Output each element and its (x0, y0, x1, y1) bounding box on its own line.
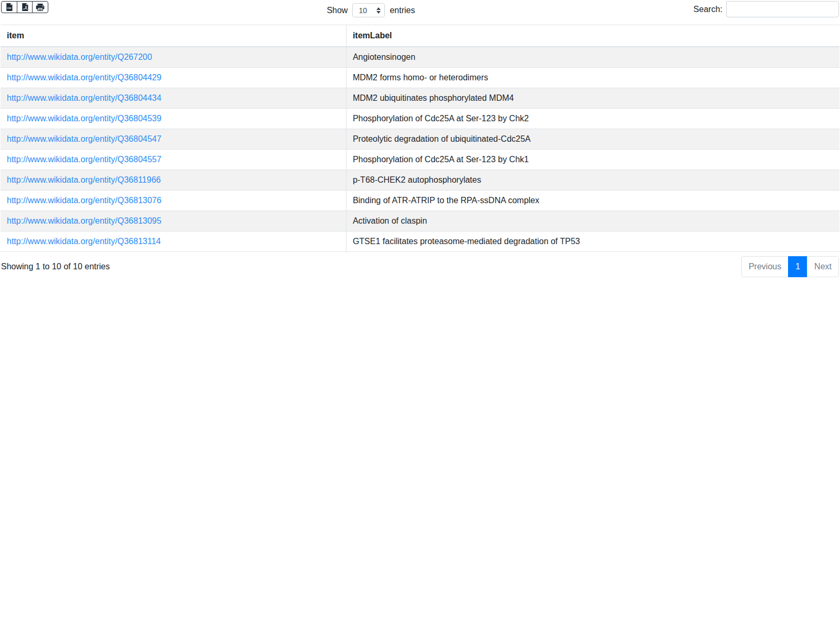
item-link[interactable]: http://www.wikidata.org/entity/Q36813076 (7, 196, 161, 205)
table-row: http://www.wikidata.org/entity/Q36804434… (1, 88, 839, 109)
item-link[interactable]: http://www.wikidata.org/entity/Q267200 (7, 52, 152, 61)
item-label-cell: Phosphorylation of Cdc25A at Ser-123 by … (346, 109, 839, 129)
csv-file-icon: csv (5, 3, 13, 12)
item-link[interactable]: http://www.wikidata.org/entity/Q36804429 (7, 73, 161, 82)
export-csv-button[interactable]: csv (1, 1, 17, 13)
item-link[interactable]: http://www.wikidata.org/entity/Q36804434 (7, 93, 161, 102)
item-cell: http://www.wikidata.org/entity/Q36804429 (1, 68, 346, 88)
item-cell: http://www.wikidata.org/entity/Q36804557 (1, 150, 346, 170)
search-control: Search: (694, 1, 839, 17)
item-cell: http://www.wikidata.org/entity/Q36811966 (1, 170, 346, 191)
item-cell: http://www.wikidata.org/entity/Q36813095 (1, 211, 346, 232)
header-row: item itemLabel (1, 25, 839, 47)
item-cell: http://www.wikidata.org/entity/Q36804434 (1, 88, 346, 109)
item-label-cell: p-T68-CHEK2 autophosphorylates (346, 170, 839, 191)
item-link[interactable]: http://www.wikidata.org/entity/Q36804539 (7, 114, 161, 123)
item-label-cell: Binding of ATR-ATRIP to the RPA-ssDNA co… (346, 191, 839, 211)
export-pdf-button[interactable] (17, 1, 33, 13)
pagination: Previous 1 Next (741, 256, 839, 277)
table-row: http://www.wikidata.org/entity/Q36804539… (1, 109, 839, 129)
datatable-widget: csv (0, 0, 840, 277)
item-label-cell: Phosphorylation of Cdc25A at Ser-123 by … (346, 150, 839, 170)
page-length-select[interactable]: 10 (352, 3, 385, 17)
item-label-cell: GTSE1 facilitates proteasome-mediated de… (346, 232, 839, 252)
column-header-itemlabel[interactable]: itemLabel (346, 25, 839, 47)
pdf-file-icon (21, 3, 29, 12)
page-length-select-wrap: 10 (352, 3, 385, 17)
printer-icon (36, 3, 45, 12)
item-link[interactable]: http://www.wikidata.org/entity/Q36804557 (7, 155, 161, 164)
table-row: http://www.wikidata.org/entity/Q36813095… (1, 211, 839, 232)
previous-page-button[interactable]: Previous (741, 256, 789, 277)
table-row: http://www.wikidata.org/entity/Q36813114… (1, 232, 839, 252)
page-length-control: Show 10 entries (327, 1, 415, 17)
item-link[interactable]: http://www.wikidata.org/entity/Q36811966 (7, 175, 161, 184)
item-label-cell: Activation of claspin (346, 211, 839, 232)
table-row: http://www.wikidata.org/entity/Q36804429… (1, 68, 839, 88)
column-header-item[interactable]: item (1, 25, 346, 47)
results-table: item itemLabel http://www.wikidata.org/e… (1, 25, 839, 252)
table-row: http://www.wikidata.org/entity/Q36813076… (1, 191, 839, 211)
table-footer: Showing 1 to 10 of 10 entries Previous 1… (1, 252, 839, 277)
item-label-cell: MDM2 forms homo- or heterodimers (346, 68, 839, 88)
table-toolbar: csv (1, 1, 839, 17)
table-row: http://www.wikidata.org/entity/Q36811966… (1, 170, 839, 191)
print-button[interactable] (32, 1, 48, 13)
entries-label: entries (390, 6, 415, 15)
item-link[interactable]: http://www.wikidata.org/entity/Q36804547 (7, 134, 161, 143)
item-link[interactable]: http://www.wikidata.org/entity/Q36813114 (7, 237, 161, 246)
item-link[interactable]: http://www.wikidata.org/entity/Q36813095 (7, 216, 161, 225)
export-button-group: csv (1, 1, 48, 13)
table-info: Showing 1 to 10 of 10 entries (1, 262, 110, 271)
item-label-cell: Angiotensinogen (346, 47, 839, 68)
table-body: http://www.wikidata.org/entity/Q267200 A… (1, 47, 839, 252)
item-cell: http://www.wikidata.org/entity/Q36813114 (1, 232, 346, 252)
item-label-cell: MDM2 ubiquitinates phosphorylated MDM4 (346, 88, 839, 109)
next-page-button[interactable]: Next (807, 256, 839, 277)
item-cell: http://www.wikidata.org/entity/Q267200 (1, 47, 346, 68)
show-label: Show (327, 6, 348, 15)
item-label-cell: Proteolytic degradation of ubiquitinated… (346, 129, 839, 150)
search-label: Search: (694, 5, 722, 14)
table-row: http://www.wikidata.org/entity/Q267200 A… (1, 47, 839, 68)
item-cell: http://www.wikidata.org/entity/Q36804547 (1, 129, 346, 150)
item-cell: http://www.wikidata.org/entity/Q36804539 (1, 109, 346, 129)
search-input[interactable] (726, 1, 839, 17)
table-row: http://www.wikidata.org/entity/Q36804557… (1, 150, 839, 170)
svg-text:csv: csv (7, 7, 12, 9)
page-1-button[interactable]: 1 (788, 256, 807, 277)
table-row: http://www.wikidata.org/entity/Q36804547… (1, 129, 839, 150)
item-cell: http://www.wikidata.org/entity/Q36813076 (1, 191, 346, 211)
